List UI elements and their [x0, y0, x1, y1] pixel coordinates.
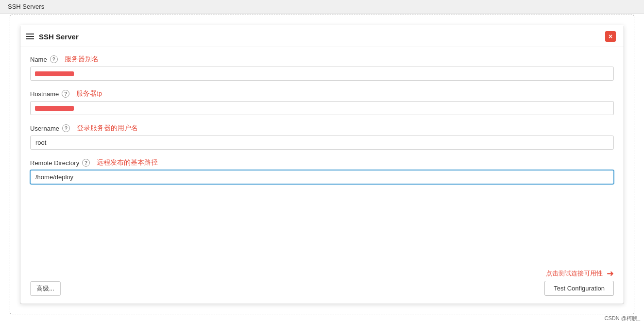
hostname-annotation: 服务器ip — [76, 89, 102, 98]
modal-header: SSH Server × — [20, 25, 624, 47]
hostname-help-icon[interactable]: ? — [62, 90, 69, 98]
modal-container: SSH Server × Name ? 服务器别名 — [20, 25, 624, 304]
username-label-text: Username — [30, 125, 59, 132]
page-title: SSH Servers — [8, 3, 44, 10]
test-config-annotation: 点击测试连接可用性 — [546, 269, 603, 278]
hostname-input-wrapper — [30, 101, 614, 115]
page-title-bar: SSH Servers — [0, 0, 644, 14]
hostname-label-row: Hostname ? 服务器ip — [30, 89, 614, 98]
arrow-icon: ➜ — [607, 268, 614, 279]
name-annotation: 服务器别名 — [65, 55, 99, 64]
hostname-input[interactable] — [30, 101, 614, 115]
watermark: CSDN @柯鹏_ — [604, 315, 640, 322]
footer-right: 点击测试连接可用性 ➜ Test Configuration — [542, 268, 614, 296]
username-help-icon[interactable]: ? — [62, 124, 70, 132]
modal-header-left: SSH Server — [26, 33, 79, 41]
username-annotation: 登录服务器的用户名 — [77, 124, 138, 133]
name-input[interactable] — [30, 67, 614, 81]
name-field-group: Name ? 服务器别名 — [30, 55, 614, 81]
remote-dir-annotation: 远程发布的基本路径 — [97, 158, 158, 167]
modal-footer: 高级... 点击测试连接可用性 ➜ Test Configuration — [20, 263, 624, 304]
remote-dir-input[interactable] — [30, 170, 614, 184]
hamburger-icon[interactable] — [26, 34, 34, 39]
name-input-wrapper — [30, 67, 614, 81]
name-help-icon[interactable]: ? — [50, 55, 58, 63]
modal-title: SSH Server — [39, 33, 79, 41]
modal-body: Name ? 服务器别名 Hostname ? — [20, 47, 624, 263]
modal-overlay: SSH Server × Name ? 服务器别名 — [10, 15, 634, 314]
close-button[interactable]: × — [605, 31, 616, 42]
hostname-label-text: Hostname — [30, 90, 59, 98]
advanced-button[interactable]: 高级... — [30, 281, 61, 296]
remote-dir-help-icon[interactable]: ? — [82, 159, 90, 167]
test-configuration-button[interactable]: Test Configuration — [544, 281, 614, 296]
name-label-text: Name — [30, 56, 47, 63]
username-input[interactable] — [30, 136, 614, 150]
page-background: SSH Servers SSH Server × — [0, 0, 644, 324]
username-label-row: Username ? 登录服务器的用户名 — [30, 124, 614, 133]
remote-dir-label-text: Remote Directory — [30, 159, 79, 167]
remote-dir-label-row: Remote Directory ? 远程发布的基本路径 — [30, 158, 614, 167]
test-config-annotation-row: 点击测试连接可用性 ➜ — [542, 268, 614, 279]
name-label-row: Name ? 服务器别名 — [30, 55, 614, 64]
remote-dir-field-group: Remote Directory ? 远程发布的基本路径 — [30, 158, 614, 184]
username-field-group: Username ? 登录服务器的用户名 — [30, 124, 614, 150]
hostname-field-group: Hostname ? 服务器ip — [30, 89, 614, 115]
